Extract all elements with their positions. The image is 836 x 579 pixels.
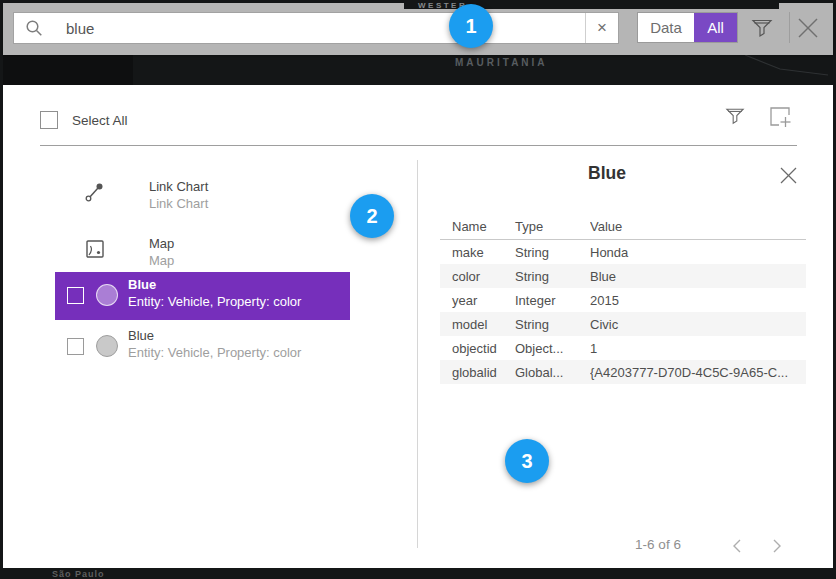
list-item-title: Blue [128, 328, 154, 343]
cell-name: color [440, 269, 515, 284]
cell-value: Blue [590, 269, 806, 284]
link-chart-icon [84, 181, 106, 203]
cell-value: Civic [590, 317, 806, 332]
table-row: objectid Object... 1 [440, 336, 806, 360]
detail-close-icon[interactable] [776, 163, 800, 187]
list-item-title: Link Chart [149, 179, 208, 195]
cell-name: make [440, 245, 515, 260]
cell-value: Honda [590, 245, 806, 260]
scope-toggle: Data All [637, 12, 738, 43]
table-row: color String Blue [440, 264, 806, 288]
list-item-subtitle: Entity: Vehicle, Property: color [128, 345, 301, 360]
results-panel: Select All Link Chart Link Chart Map Map [3, 85, 833, 568]
cell-name: year [440, 293, 515, 308]
map-border-line [740, 55, 830, 85]
scope-option-data[interactable]: Data [638, 13, 694, 42]
item-checkbox[interactable] [67, 338, 84, 355]
column-header-name: Name [440, 219, 515, 234]
search-input[interactable] [54, 13, 585, 43]
table-header-row: Name Type Value [440, 213, 806, 240]
list-item-title: Blue [128, 277, 156, 292]
cell-type: Object... [515, 341, 590, 356]
search-icon [14, 13, 54, 43]
add-selection-icon[interactable] [767, 104, 793, 130]
cell-name: model [440, 317, 515, 332]
attribute-table: Name Type Value make String Honda color … [440, 213, 806, 384]
clear-search-icon[interactable]: × [585, 13, 618, 43]
cell-type: String [515, 269, 590, 284]
list-item-subtitle: Link Chart [149, 196, 208, 212]
filter-icon[interactable] [748, 14, 776, 42]
chevron-left-icon[interactable] [725, 534, 749, 558]
list-item-subtitle: Entity: Vehicle, Property: color [128, 294, 301, 309]
search-toolbar: × Data All [3, 3, 833, 55]
cell-value: 1 [590, 341, 806, 356]
table-row: model String Civic [440, 312, 806, 336]
map-label-mauritania: MAURITANIA [455, 57, 548, 68]
column-header-type: Type [515, 219, 590, 234]
entity-circle-icon [96, 335, 118, 357]
table-row: year Integer 2015 [440, 288, 806, 312]
app-window: MAURITANIA São Paulo × Data All WESTER 1… [0, 0, 836, 579]
map-icon [84, 238, 106, 260]
list-item-map[interactable]: Map Map [40, 235, 416, 271]
select-all-checkbox[interactable] [40, 111, 58, 129]
table-row: make String Honda [440, 240, 806, 264]
cell-value: {A4203777-D70D-4C5C-9A65-C... [590, 365, 806, 380]
callout-3: 3 [505, 439, 549, 483]
cell-name: globalid [440, 365, 515, 380]
cell-name: objectid [440, 341, 515, 356]
entity-circle-icon [96, 284, 118, 306]
callout-2: 2 [350, 194, 394, 238]
close-search-icon[interactable] [794, 14, 822, 42]
header-divider [40, 145, 797, 146]
chevron-right-icon[interactable] [765, 534, 789, 558]
item-checkbox[interactable] [67, 287, 84, 304]
list-item-blue-selected[interactable]: Blue Entity: Vehicle, Property: color [55, 272, 350, 320]
list-item-blue[interactable]: Blue Entity: Vehicle, Property: color [55, 326, 350, 370]
cell-type: Global... [515, 365, 590, 380]
detail-title: Blue [417, 163, 797, 184]
list-item-subtitle: Map [149, 253, 174, 269]
toolbar-divider [789, 12, 790, 43]
cell-type: String [515, 245, 590, 260]
column-header-value: Value [590, 219, 806, 234]
callout-1: 1 [449, 4, 493, 48]
map-label-sao-paulo: São Paulo [52, 569, 105, 579]
table-row: globalid Global... {A4203777-D70D-4C5C-9… [440, 360, 806, 384]
list-item-title: Map [149, 236, 174, 252]
pane-divider [417, 160, 418, 548]
cell-value: 2015 [590, 293, 806, 308]
map-landmass [3, 55, 133, 85]
search-field: × [13, 12, 619, 44]
results-filter-icon[interactable] [725, 106, 745, 126]
cell-type: Integer [515, 293, 590, 308]
scope-option-all[interactable]: All [694, 13, 737, 42]
cell-type: String [515, 317, 590, 332]
select-all-label: Select All [72, 113, 128, 128]
pagination-label: 1-6 of 6 [613, 537, 703, 552]
